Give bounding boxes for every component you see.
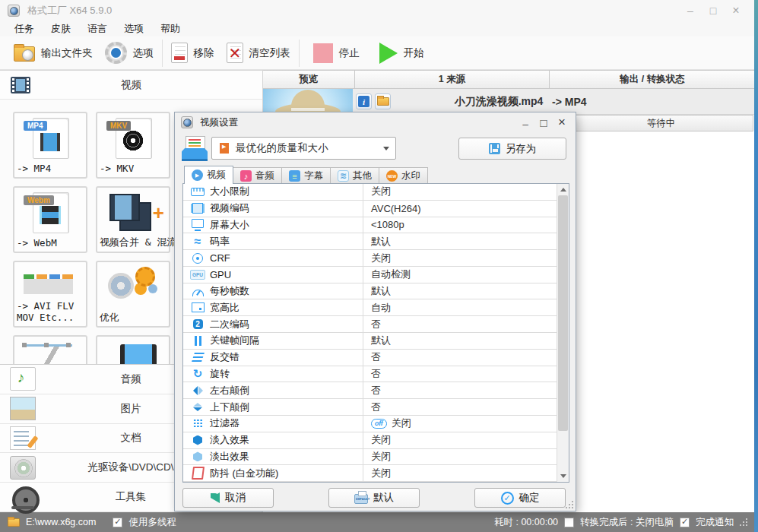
dialog-close-icon[interactable] [553,115,571,130]
setting-row-aspect[interactable]: 宽高比自动 [183,299,557,316]
setting-row-limit[interactable]: 大小限制关闭 [183,184,557,201]
menu-item-help[interactable]: 帮助 [152,22,189,36]
setting-row-codec[interactable]: 视频编码AVC(H264) [183,201,557,217]
setting-row-gpu[interactable]: GPU自动检测 [183,267,557,283]
gear-icon [105,42,127,64]
dialog-minimize-icon[interactable] [516,115,534,130]
card-merge[interactable]: 视频合并 & 混流 [96,186,170,253]
remove-file-icon [171,43,188,63]
setting-row-filter[interactable]: 过滤器off关闭 [183,416,557,432]
setting-label: 视频编码 [210,201,249,215]
statusbar-folder-icon[interactable] [8,518,20,527]
options-button[interactable]: 选项 [99,40,160,66]
menu-item-skin[interactable]: 皮肤 [43,22,79,36]
setting-name-cell: 宽高比 [183,299,363,315]
minimize-icon[interactable] [679,1,702,21]
card-mp4[interactable]: MP4-> MP4 [13,112,87,179]
open-folder-button[interactable] [375,93,391,109]
window-title: 格式工厂 X64 5.9.0 [27,4,112,17]
card-mkv[interactable]: MKV-> MKV [96,112,170,179]
mkv-icon: MKV [100,116,166,163]
chevron-down-icon [383,147,389,150]
notify-checkbox[interactable] [680,518,690,527]
window-controls [679,1,747,21]
start-button[interactable]: 开始 [373,40,430,66]
close-icon[interactable] [725,1,747,21]
maximize-icon[interactable] [702,1,725,21]
setting-row-deinterlace[interactable]: 反交错否 [183,350,557,366]
dialog-logo-icon [181,116,193,128]
scroll-down-icon[interactable] [557,470,569,482]
subtitle-tab-icon [289,170,300,182]
setting-value-cell: 否 [363,366,557,382]
dialog-titlebar: 视频设置 [175,112,576,132]
tab-video[interactable]: 视频 [184,166,233,184]
tab-watermark[interactable]: 水印 [379,167,428,184]
setting-row-crf[interactable]: CRF关闭 [183,250,557,267]
menu-item-task[interactable]: 任务 [6,22,43,36]
setting-value-cell: 否 [363,399,557,415]
scroll-up-icon[interactable] [557,184,569,195]
audio-icon [10,367,36,391]
save-as-button[interactable]: 另存为 [458,138,566,160]
multithread-checkbox[interactable] [113,518,122,527]
window-resize-grip[interactable] [740,518,747,526]
setting-row-screen[interactable]: 屏幕大小<1080p [183,217,557,234]
column-preview[interactable]: 预览 [263,71,355,88]
shutdown-checkbox[interactable] [564,518,574,527]
setting-label: 宽高比 [210,301,239,315]
setting-row-fps[interactable]: 每秒帧数默认 [183,283,557,300]
setting-label: 淡出效果 [210,450,249,464]
card-webm[interactable]: Webm-> WebM [13,186,87,253]
card-label: 优化 [97,312,169,326]
remove-button[interactable]: 移除 [165,40,220,65]
dialog-resize-grip[interactable] [566,501,573,508]
tab-subtitle[interactable]: 字幕 [282,167,331,184]
default-label: 默认 [373,491,394,505]
output-folder-button[interactable]: 输出文件夹 [8,42,99,64]
clear-list-button[interactable]: 清空列表 [220,40,297,65]
video-category-header[interactable]: 视频 [0,71,262,100]
settings-scrollbar[interactable] [557,184,569,482]
preset-dropdown[interactable]: 最优化的质量和大小 [211,137,396,160]
output-folder-icon [14,46,35,62]
setting-row-stabilize[interactable]: 防抖 (白金功能)关闭 [183,465,557,482]
column-output-status[interactable]: 输出 / 转换状态 [550,71,755,88]
setting-row-fadein[interactable]: 淡入效果关闭 [183,432,557,449]
setting-row-bitrate[interactable]: 码率默认 [183,233,557,250]
setting-row-rotate[interactable]: 旋转否 [183,366,557,383]
setting-label: 大小限制 [210,185,249,198]
ok-button[interactable]: 确定 [474,488,566,508]
scrollbar-thumb[interactable] [558,195,568,431]
dialog-maximize-icon[interactable] [534,115,553,130]
file-info-button[interactable]: i [356,93,372,109]
task-row[interactable]: i 小刀洗澡视频.mp4 -> MP4 [263,89,755,115]
setting-row-flipv[interactable]: 上下颠倒否 [183,399,557,416]
setting-row-fadeout[interactable]: 淡出效果关闭 [183,449,557,466]
column-source[interactable]: 1 来源 [355,71,550,88]
aspect-icon [191,302,205,314]
tab-audio[interactable]: 音频 [233,167,282,184]
setting-row-keyframe[interactable]: 关键帧间隔默认 [183,333,557,350]
setting-value-cell: 关闭 [363,449,557,465]
menu-item-options[interactable]: 选项 [116,22,152,36]
setting-name-cell: 反交错 [183,350,363,366]
task-list-header: 预览 1 来源 输出 / 转换状态 [263,71,755,89]
preset-film-icon [218,143,230,154]
setting-row-twopass[interactable]: 二次编码否 [183,316,557,333]
card-multi[interactable]: -> AVI FLV MOV Etc... [13,261,87,328]
setting-value: 关闭 [371,185,391,198]
cancel-button[interactable]: 取消 [182,488,274,508]
default-button[interactable]: 默认 [328,488,420,508]
tab-other[interactable]: 其他 [331,167,379,184]
setting-row-fliph[interactable]: 左右颠倒否 [183,382,557,399]
setting-name-cell: 每秒帧数 [183,283,363,299]
dialog-title: 视频设置 [200,116,238,129]
setting-value-cell: 否 [363,316,557,332]
card-optimize[interactable]: 优化 [96,261,170,328]
toolset-icon [10,486,36,509]
menu-item-language[interactable]: 语言 [79,22,116,36]
card-label: -> MP4 [14,163,86,177]
multi-icon [17,265,83,301]
stop-button[interactable]: 停止 [307,41,366,65]
